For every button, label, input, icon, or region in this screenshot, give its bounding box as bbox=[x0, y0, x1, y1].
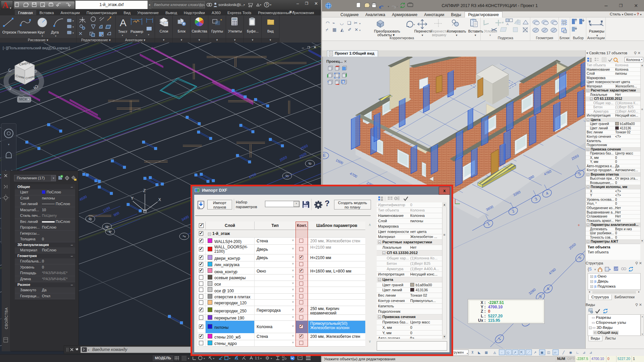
svg-text:◫: ◫ bbox=[547, 351, 550, 354]
svg-text:объекты ▾: объекты ▾ bbox=[377, 33, 395, 37]
svg-text:?: ? bbox=[266, 3, 268, 7]
svg-text:⊿: ⊿ bbox=[583, 351, 585, 354]
svg-text:+: + bbox=[578, 223, 580, 228]
svg-text:-2287.51: -2287.51 bbox=[488, 300, 504, 305]
svg-text:Отрезок: Отрезок bbox=[2, 30, 16, 34]
svg-text:⌿: ⌿ bbox=[326, 27, 328, 32]
svg-text:▾: ▾ bbox=[204, 357, 205, 360]
svg-text:A: A bbox=[2, 0, 9, 10]
svg-text:✕: ✕ bbox=[355, 27, 358, 32]
svg-text:Вставить: Вставить bbox=[468, 29, 483, 33]
svg-text:▾: ▾ bbox=[260, 3, 261, 6]
svg-text:▾: ▾ bbox=[594, 268, 596, 271]
svg-text:вершину: вершину bbox=[432, 33, 446, 37]
svg-text:0: 0 bbox=[488, 309, 490, 314]
svg-text:↗: ↗ bbox=[534, 351, 536, 354]
svg-text:⌁: ⌁ bbox=[332, 20, 335, 25]
svg-text:▾: ▾ bbox=[260, 357, 262, 360]
svg-text:▾: ▾ bbox=[244, 3, 245, 6]
svg-text:Перенести: Перенести bbox=[414, 29, 432, 33]
svg-text:▾: ▾ bbox=[148, 33, 149, 36]
svg-text:▾: ▾ bbox=[8, 143, 10, 146]
svg-text:◇: ◇ bbox=[507, 351, 509, 354]
svg-text:▾: ▾ bbox=[55, 35, 56, 37]
svg-text:▾: ▾ bbox=[414, 23, 415, 26]
svg-text:Y: Y bbox=[131, 196, 133, 201]
svg-text:↗: ↗ bbox=[514, 351, 516, 354]
svg-text:L :: L : bbox=[481, 314, 486, 318]
svg-text:❏: ❏ bbox=[347, 20, 351, 25]
svg-text:Е: Е bbox=[323, 153, 326, 158]
svg-text:◡: ◡ bbox=[340, 20, 343, 25]
svg-text:▱: ▱ bbox=[554, 351, 556, 354]
svg-text:▾: ▾ bbox=[596, 34, 598, 37]
svg-text:Круг: Круг bbox=[38, 30, 45, 34]
svg-text:◬: ◬ bbox=[493, 351, 496, 354]
svg-text:▾: ▾ bbox=[396, 5, 398, 8]
svg-text:▾: ▾ bbox=[122, 34, 123, 37]
svg-text:▾: ▾ bbox=[188, 357, 189, 360]
svg-text:◣: ◣ bbox=[478, 351, 481, 354]
svg-text:⇱: ⇱ bbox=[520, 351, 523, 354]
svg-text:✂: ✂ bbox=[354, 20, 358, 25]
svg-text:▾: ▾ bbox=[270, 3, 271, 6]
svg-text:▾: ▾ bbox=[502, 21, 503, 24]
svg-text:▾: ▾ bbox=[359, 29, 361, 32]
svg-text:▾: ▾ bbox=[88, 349, 89, 352]
svg-text:Текст: Текст bbox=[118, 29, 127, 34]
svg-text:X: X bbox=[158, 197, 161, 202]
svg-text:▾: ▾ bbox=[271, 357, 272, 360]
svg-text:▾: ▾ bbox=[388, 5, 389, 8]
svg-text:∟: ∟ bbox=[576, 351, 579, 354]
svg-text:▾: ▾ bbox=[229, 357, 230, 360]
svg-text:▣: ▣ bbox=[540, 351, 543, 354]
svg-text:◉: ◉ bbox=[569, 351, 572, 354]
svg-text:Размер: Размер bbox=[130, 29, 143, 34]
svg-text:▾: ▾ bbox=[422, 34, 423, 37]
svg-text:⊿: ⊿ bbox=[589, 351, 592, 354]
svg-text:Ux :: Ux : bbox=[478, 318, 486, 323]
svg-text:▾: ▾ bbox=[213, 357, 214, 360]
svg-text:﹦: ﹦ bbox=[500, 351, 503, 354]
svg-text:▦: ▦ bbox=[485, 351, 488, 354]
svg-text:╱: ╱ bbox=[562, 350, 565, 355]
svg-text:◭: ◭ bbox=[340, 27, 344, 32]
svg-text:Дуга: Дуга bbox=[51, 30, 59, 34]
svg-text:▾: ▾ bbox=[72, 32, 74, 35]
svg-text:{S: {S bbox=[588, 267, 592, 272]
svg-text:▦: ▦ bbox=[332, 27, 336, 32]
svg-text:5227.20: 5227.20 bbox=[488, 314, 503, 318]
svg-text:▾: ▾ bbox=[72, 19, 74, 22]
svg-text:▾: ▾ bbox=[475, 34, 476, 37]
svg-text:Полилиния: Полилиния bbox=[17, 30, 37, 34]
svg-text:▾: ▾ bbox=[489, 34, 491, 37]
svg-text:Копировать: Копировать bbox=[447, 29, 466, 33]
svg-text:▾: ▾ bbox=[359, 22, 361, 25]
svg-text:▾: ▾ bbox=[456, 34, 458, 37]
svg-text:▾: ▾ bbox=[136, 34, 137, 37]
svg-text:1:1: 1:1 bbox=[255, 356, 260, 360]
svg-text:✐: ✐ bbox=[348, 27, 352, 32]
svg-text:⋰: ⋰ bbox=[527, 351, 530, 354]
svg-text:Угловая: Угловая bbox=[484, 29, 497, 33]
svg-text:Размеры: Размеры bbox=[589, 29, 604, 33]
svg-text:4700.10: 4700.10 bbox=[488, 305, 503, 309]
svg-text:⊼: ⊼ bbox=[471, 351, 474, 354]
svg-text:▾: ▾ bbox=[72, 25, 74, 28]
svg-text:A: A bbox=[506, 22, 508, 26]
svg-text:X :: X : bbox=[481, 300, 486, 305]
svg-text:Z :: Z : bbox=[481, 309, 486, 314]
svg-text:115.95: 115.95 bbox=[488, 318, 500, 323]
svg-text:✦: ✦ bbox=[220, 18, 222, 21]
svg-text:sonikslonik@i...: sonikslonik@i... bbox=[218, 3, 244, 7]
svg-text:СВОЙСТВА: СВОЙСТВА bbox=[4, 307, 8, 329]
svg-text:A: A bbox=[120, 17, 126, 28]
svg-text:▾: ▾ bbox=[42, 35, 43, 37]
svg-text:Y :: Y : bbox=[481, 305, 486, 309]
svg-text:▾: ▾ bbox=[10, 6, 11, 10]
svg-text:Z: Z bbox=[143, 188, 146, 193]
svg-text:◠: ◠ bbox=[326, 20, 329, 25]
